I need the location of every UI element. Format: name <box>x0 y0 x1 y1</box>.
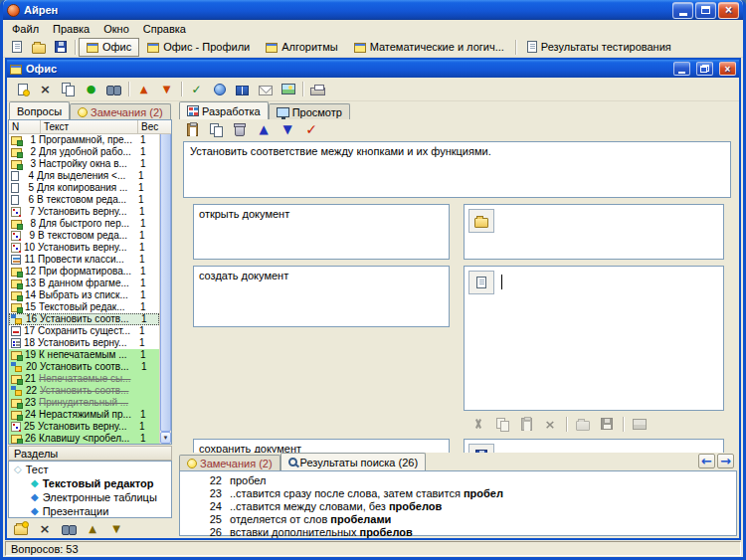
question-row[interactable]: 17Сохранить сущест...1 <box>9 325 159 337</box>
maximize-button[interactable] <box>695 2 716 19</box>
column-header-text[interactable]: Текст <box>41 120 138 134</box>
tab-preview[interactable]: Просмотр <box>269 103 350 119</box>
tree-item-root[interactable]: ◇ Тест <box>9 463 171 476</box>
question-row[interactable]: 18Установить верну...1 <box>9 337 159 349</box>
toolbar-tab[interactable]: Алгоритмы <box>258 38 345 57</box>
pair-icon-button-2[interactable] <box>468 271 494 294</box>
delete-button[interactable]: × <box>34 79 57 99</box>
pair-right-1[interactable] <box>464 204 724 260</box>
question-row[interactable]: 12При форматирова...1 <box>9 266 159 278</box>
paste-button[interactable] <box>181 120 203 139</box>
pair-left-2[interactable]: создать документ <box>193 266 450 327</box>
tab-remarks[interactable]: Замечания (2) <box>70 103 171 119</box>
question-row[interactable]: 13В данном фрагме...1 <box>9 278 159 289</box>
toolbar-tab[interactable]: Офис - Профили <box>139 38 258 57</box>
globe-button[interactable] <box>208 79 231 99</box>
trash-button[interactable] <box>229 120 251 139</box>
tab-remarks-bottom[interactable]: Замечания (2) <box>179 455 280 470</box>
toolbar-tab[interactable]: Офис <box>79 38 139 57</box>
move-up-button[interactable]: ▲ <box>132 79 155 99</box>
pair-right-2[interactable] <box>464 266 724 411</box>
sec-down-button[interactable]: ▼ <box>105 519 127 538</box>
question-row[interactable]: 26Клавишу <пробел...1 <box>9 433 159 444</box>
apply-button[interactable]: ✓ <box>300 120 322 139</box>
search-result-row[interactable]: 24..ставится между словами, без пробелов <box>180 499 736 512</box>
move-down-button[interactable]: ▼ <box>155 79 178 99</box>
search-result-row[interactable]: 23..ставится сразу после слова, затем ст… <box>180 486 736 499</box>
tree-item-section[interactable]: ◆Текстовый редактор <box>9 476 171 490</box>
minimize-button[interactable] <box>672 2 693 19</box>
new-button[interactable] <box>6 38 28 57</box>
tab-questions[interactable]: Вопросы <box>9 101 70 119</box>
toolbar-tab[interactable]: Результаты тестирования <box>519 38 679 57</box>
column-header-weight[interactable]: Вес <box>138 120 171 134</box>
scroll-down-button[interactable]: ▼ <box>160 432 171 444</box>
scroll-thumb[interactable] <box>160 132 171 432</box>
book-button[interactable] <box>231 79 254 99</box>
prev-result-button[interactable]: ← <box>698 454 715 468</box>
menu-item[interactable]: Правка <box>46 22 96 36</box>
copy-button[interactable] <box>57 79 80 99</box>
question-row[interactable]: 1Программной, пре...1 <box>9 134 159 146</box>
question-text-box[interactable]: Установить соответствие между кнопками и… <box>183 141 731 198</box>
new-section-button[interactable] <box>10 519 32 538</box>
image-button[interactable] <box>277 79 299 99</box>
open-button[interactable] <box>28 38 50 57</box>
office-minimize-button[interactable] <box>673 62 690 76</box>
menu-item[interactable]: Окно <box>96 22 136 36</box>
question-row[interactable]: 19К непечатаемым ...1 <box>9 349 159 361</box>
print-button[interactable] <box>306 79 329 99</box>
search-result-row[interactable]: 25отделяется от слов пробелами <box>180 512 736 525</box>
check-button[interactable]: ✓ <box>185 79 208 99</box>
question-row[interactable]: 24Нерастяжимый пр...1 <box>9 409 159 421</box>
question-row[interactable]: 22Установить соотв... <box>9 385 159 397</box>
pair-left-1[interactable]: открыть документ <box>193 204 450 260</box>
copy-button[interactable] <box>205 120 227 139</box>
question-row[interactable]: 25Установить верну...1 <box>9 421 159 433</box>
column-header-n[interactable]: N <box>9 120 41 134</box>
question-row[interactable]: 15Текстовый редак...1 <box>9 301 159 313</box>
question-row[interactable]: 8Для быстрого пер...1 <box>9 218 159 230</box>
office-restore-button[interactable] <box>696 62 713 76</box>
down-blue-button[interactable]: ▼ <box>277 120 298 139</box>
question-row[interactable]: 9В текстовом реда...1 <box>9 230 159 242</box>
delete-button[interactable]: × <box>34 519 56 538</box>
question-row[interactable]: 11Провести класси...1 <box>9 254 159 266</box>
pair-icon-button-1[interactable] <box>468 209 494 233</box>
find-button[interactable] <box>102 79 125 99</box>
question-row[interactable]: 16Установить соотв...1 <box>9 313 159 325</box>
sec-up-button[interactable]: ▲ <box>82 519 103 538</box>
question-row[interactable]: 21Непечатаемые сы... <box>9 373 159 385</box>
tree-item-section[interactable]: ◆Электронные таблицы <box>9 490 171 504</box>
question-row[interactable]: 7Установить верну...1 <box>9 206 159 218</box>
up-blue-button[interactable]: ▲ <box>253 120 275 139</box>
question-type-icon <box>11 255 21 265</box>
office-close-button[interactable]: × <box>719 62 736 76</box>
question-row[interactable]: 3Настройку окна в...1 <box>9 158 159 170</box>
search-result-row[interactable]: 26вставки дополнительных пробелов <box>180 525 736 538</box>
question-row[interactable]: 20Установить соотв...1 <box>9 361 159 373</box>
menu-item[interactable]: Файл <box>5 22 46 36</box>
toolbar-tab[interactable]: Математические и логич... <box>346 38 512 57</box>
question-number: 23 <box>23 397 39 409</box>
mail-button[interactable] <box>254 79 277 99</box>
close-button[interactable]: × <box>718 2 739 19</box>
tree-item-section[interactable]: ◆Презентации <box>9 504 171 518</box>
run-button[interactable]: ● <box>80 79 102 99</box>
question-row[interactable]: 23Принудительный ... <box>9 397 159 409</box>
new-question-button[interactable] <box>11 79 34 99</box>
tab-develop[interactable]: Разработка <box>179 101 269 119</box>
next-result-button[interactable]: → <box>717 454 734 468</box>
question-row[interactable]: 2Для удобной рабо...1 <box>9 146 159 158</box>
question-row[interactable]: 5Для копирования ...1 <box>9 182 159 194</box>
question-row[interactable]: 4Для выделения <...1 <box>9 170 159 182</box>
question-list-scrollbar[interactable]: ▲ ▼ <box>159 120 171 444</box>
menu-item[interactable]: Справка <box>136 22 193 36</box>
tab-search-results[interactable]: Результаты поиска (26) <box>280 453 427 470</box>
search-result-row[interactable]: 22пробел <box>180 473 736 486</box>
question-row[interactable]: 10Установить верну...1 <box>9 242 159 254</box>
question-row[interactable]: 6В текстовом реда...1 <box>9 194 159 206</box>
find-button[interactable] <box>58 519 80 538</box>
question-row[interactable]: 14Выбрать из списк...1 <box>9 289 159 301</box>
save-button[interactable] <box>50 38 72 57</box>
